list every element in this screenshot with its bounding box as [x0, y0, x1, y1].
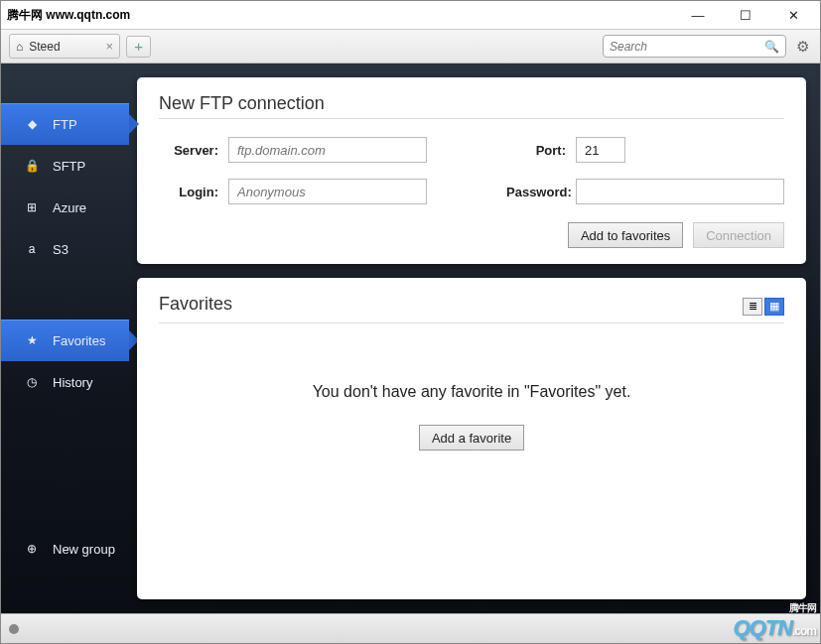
star-icon: ★: [25, 333, 39, 347]
status-indicator-icon: [9, 624, 19, 634]
connection-panel-title: New FTP connection: [159, 93, 784, 114]
maximize-button[interactable]: ☐: [731, 5, 760, 25]
close-window-button[interactable]: ✕: [778, 5, 808, 25]
grid-view-button[interactable]: ▦: [764, 298, 784, 316]
sidebar-item-history[interactable]: ◷ History: [1, 361, 129, 403]
home-icon: ⌂: [16, 40, 23, 54]
statusbar: [1, 613, 820, 643]
tab-label: Steed: [29, 40, 60, 54]
sidebar-item-label: S3: [53, 242, 68, 257]
sidebar-item-favorites[interactable]: ★ Favorites: [1, 320, 129, 361]
password-label: Password:: [506, 185, 566, 199]
sidebar-item-s3[interactable]: a S3: [1, 228, 129, 270]
diamond-icon: ◆: [25, 117, 39, 131]
sidebar-item-azure[interactable]: ⊞ Azure: [1, 187, 129, 228]
settings-button[interactable]: ⚙: [792, 37, 812, 57]
lock-icon: 🔒: [25, 159, 39, 173]
login-input[interactable]: [228, 179, 427, 204]
favorites-panel: Favorites ≣ ▦ You don't have any favorit…: [137, 278, 806, 599]
search-icon[interactable]: 🔍: [764, 40, 779, 54]
port-input[interactable]: [576, 137, 625, 163]
connection-panel: New FTP connection Server: Port: Login:: [137, 77, 806, 264]
search-input[interactable]: [610, 40, 764, 54]
window-title: 腾牛网 www.qqtn.com: [7, 7, 683, 24]
sidebar-item-label: SFTP: [53, 159, 85, 174]
plus-circle-icon: ⊕: [25, 542, 39, 556]
sidebar-item-label: New group: [53, 542, 115, 557]
sidebar-item-label: History: [53, 375, 92, 390]
server-input[interactable]: [228, 137, 427, 163]
login-label: Login:: [159, 185, 218, 199]
new-tab-button[interactable]: +: [126, 36, 151, 58]
search-box[interactable]: 🔍: [603, 35, 786, 58]
minimize-button[interactable]: —: [683, 5, 713, 25]
clock-icon: ◷: [25, 375, 39, 389]
port-label: Port:: [506, 143, 566, 158]
sidebar: ◆ FTP 🔒 SFTP ⊞ Azure a S3 ★ Favorites ◷: [1, 64, 129, 613]
tab-steed[interactable]: ⌂ Steed ×: [9, 34, 120, 59]
server-label: Server:: [159, 143, 218, 158]
titlebar: 腾牛网 www.qqtn.com — ☐ ✕: [1, 1, 820, 29]
add-favorite-button[interactable]: Add a favorite: [419, 425, 524, 451]
sidebar-new-group[interactable]: ⊕ New group: [1, 528, 129, 570]
favorites-panel-title: Favorites: [159, 294, 743, 315]
tab-close-icon[interactable]: ×: [106, 39, 114, 54]
divider: [159, 322, 784, 323]
sidebar-item-label: FTP: [53, 117, 77, 132]
sidebar-item-ftp[interactable]: ◆ FTP: [1, 103, 129, 145]
connection-button[interactable]: Connection: [693, 222, 784, 248]
divider: [159, 118, 784, 119]
toolbar: ⌂ Steed × + 🔍 ⚙: [1, 29, 820, 64]
password-input[interactable]: [576, 179, 784, 204]
sidebar-item-sftp[interactable]: 🔒 SFTP: [1, 145, 129, 187]
add-to-favorites-button[interactable]: Add to favorites: [568, 222, 683, 248]
list-view-button[interactable]: ≣: [743, 298, 762, 316]
amazon-icon: a: [25, 242, 39, 256]
sidebar-item-label: Azure: [53, 200, 86, 215]
sidebar-item-label: Favorites: [53, 333, 105, 348]
windows-icon: ⊞: [25, 200, 39, 214]
favorites-empty-message: You don't have any favorite in "Favorite…: [159, 383, 784, 401]
